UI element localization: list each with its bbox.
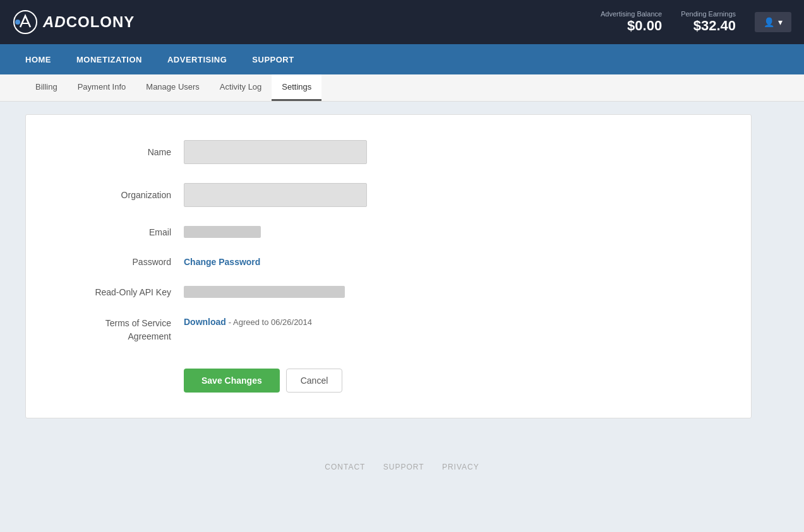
api-key-row: Read-Only API Key ••••••••••••••••••••••… bbox=[57, 286, 719, 298]
email-row: Email bl**r***@***.***.*** bbox=[57, 226, 719, 238]
tos-content: Download - Agreed to 06/26/2014 bbox=[184, 317, 312, 327]
email-value: bl**r***@***.***.*** bbox=[184, 226, 261, 238]
cancel-button[interactable]: Cancel bbox=[286, 369, 343, 393]
main-content: Name Organization Email bl**r***@***.***… bbox=[0, 102, 804, 444]
tab-billing[interactable]: Billing bbox=[25, 74, 68, 101]
save-changes-button[interactable]: Save Changes bbox=[184, 369, 280, 393]
main-nav: HOME MONETIZATION ADVERTISING SUPPORT bbox=[0, 44, 804, 74]
nav-home[interactable]: HOME bbox=[13, 44, 64, 74]
organization-label: Organization bbox=[57, 190, 184, 200]
user-menu-button[interactable]: 👤 ▾ bbox=[755, 12, 791, 32]
organization-input[interactable] bbox=[184, 183, 367, 207]
settings-card: Name Organization Email bl**r***@***.***… bbox=[25, 114, 752, 418]
user-icon: 👤 bbox=[764, 17, 774, 27]
button-area: Save Changes Cancel bbox=[184, 362, 719, 393]
name-label: Name bbox=[57, 147, 184, 157]
pending-earnings-amount: $32.40 bbox=[693, 18, 736, 33]
tos-download-link[interactable]: Download bbox=[184, 317, 226, 327]
footer-support[interactable]: SUPPORT bbox=[383, 463, 424, 471]
nav-advertising[interactable]: ADVERTISING bbox=[155, 44, 239, 74]
api-key-value: •••••••••••••••••••••••••••••• bbox=[184, 286, 345, 298]
change-password-link[interactable]: Change Password bbox=[184, 257, 260, 267]
advertising-balance-label: Advertising Balance bbox=[601, 10, 662, 18]
tos-row: Terms of Service Agreement Download - Ag… bbox=[57, 317, 719, 343]
tab-manage-users[interactable]: Manage Users bbox=[136, 74, 210, 101]
footer-privacy[interactable]: PRIVACY bbox=[442, 463, 479, 471]
tab-activity-log[interactable]: Activity Log bbox=[210, 74, 272, 101]
svg-point-1 bbox=[15, 20, 20, 25]
logo-ad: Ad bbox=[43, 13, 66, 30]
organization-row: Organization bbox=[57, 183, 719, 207]
advertising-balance-amount: $0.00 bbox=[627, 18, 662, 33]
logo-colony: Colony bbox=[66, 13, 135, 30]
subtabs: Billing Payment Info Manage Users Activi… bbox=[0, 74, 804, 102]
nav-support[interactable]: SUPPORT bbox=[239, 44, 306, 74]
tos-label: Terms of Service Agreement bbox=[57, 317, 184, 343]
footer: CONTACT SUPPORT PRIVACY bbox=[0, 444, 804, 490]
advertising-balance-block: Advertising Balance $0.00 bbox=[601, 10, 662, 34]
password-row: Password Change Password bbox=[57, 257, 719, 267]
nav-monetization[interactable]: MONETIZATION bbox=[64, 44, 155, 74]
api-key-label: Read-Only API Key bbox=[57, 287, 184, 297]
logo: AdColony bbox=[13, 9, 135, 35]
tab-payment-info[interactable]: Payment Info bbox=[68, 74, 136, 101]
pending-earnings-block: Pending Earnings $32.40 bbox=[681, 10, 736, 34]
logo-icon bbox=[13, 9, 38, 35]
name-input[interactable] bbox=[184, 140, 367, 164]
nav-links: HOME MONETIZATION ADVERTISING SUPPORT bbox=[13, 44, 307, 74]
pending-earnings-label: Pending Earnings bbox=[681, 10, 736, 18]
header: AdColony Advertising Balance $0.00 Pendi… bbox=[0, 0, 804, 44]
password-label: Password bbox=[57, 257, 184, 267]
header-right: Advertising Balance $0.00 Pending Earnin… bbox=[601, 10, 791, 34]
footer-contact[interactable]: CONTACT bbox=[325, 463, 365, 471]
email-label: Email bbox=[57, 227, 184, 237]
tos-agreed-text: - Agreed to 06/26/2014 bbox=[229, 317, 312, 327]
tab-settings[interactable]: Settings bbox=[272, 74, 321, 101]
user-dropdown-arrow: ▾ bbox=[778, 17, 783, 27]
name-row: Name bbox=[57, 140, 719, 164]
